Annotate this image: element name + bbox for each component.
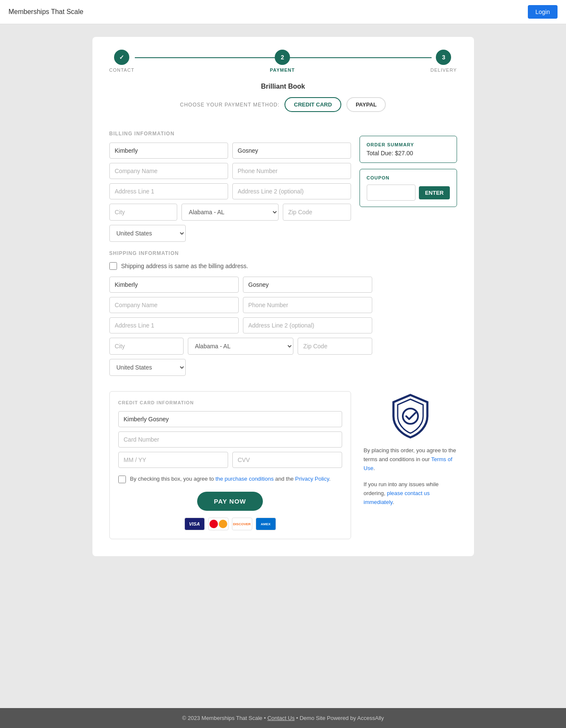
checkout-card: CONTACT 2 PAYMENT 3 DELIVERY Brilliant B… bbox=[92, 37, 474, 556]
cc-number[interactable] bbox=[118, 431, 342, 448]
step-payment-label: PAYMENT bbox=[270, 67, 295, 73]
billing-company-name[interactable] bbox=[109, 163, 228, 179]
billing-address2[interactable] bbox=[232, 183, 351, 199]
discover-logo: DISCOVER bbox=[232, 518, 252, 530]
coupon-box: COUPON ENTER bbox=[360, 169, 457, 207]
cc-expiry-cvv-row bbox=[118, 452, 342, 468]
security-section: By placing this order, you agree to the … bbox=[360, 393, 457, 507]
amex-logo: AMEX bbox=[256, 518, 276, 530]
progress-steps: CONTACT 2 PAYMENT 3 DELIVERY bbox=[109, 50, 457, 73]
footer-copyright: © 2023 Memberships That Scale • bbox=[182, 715, 268, 721]
coupon-row: ENTER bbox=[367, 185, 450, 201]
shipping-company-name[interactable] bbox=[109, 297, 239, 313]
same-address-checkbox[interactable] bbox=[109, 262, 117, 270]
step-contact: CONTACT bbox=[109, 50, 134, 73]
cc-form bbox=[118, 411, 342, 468]
billing-phone[interactable] bbox=[232, 163, 351, 179]
cc-cvv[interactable] bbox=[232, 452, 342, 468]
footer: © 2023 Memberships That Scale • Contact … bbox=[0, 708, 566, 728]
cc-title: CREDIT CARD INFORMATION bbox=[118, 400, 342, 405]
cc-security-row: CREDIT CARD INFORMATION By checki bbox=[109, 384, 457, 539]
header-title: Memberships That Scale bbox=[8, 8, 84, 16]
order-summary-col: ORDER SUMMARY Total Due: $27.00 COUPON E… bbox=[360, 122, 457, 242]
order-summary-total: Total Due: $27.00 bbox=[367, 150, 450, 157]
step-delivery-label: DELIVERY bbox=[430, 67, 457, 73]
pay-now-button[interactable]: PAY NOW bbox=[197, 492, 263, 511]
purchase-conditions-link[interactable]: the purchase conditions bbox=[215, 476, 273, 482]
cc-section: CREDIT CARD INFORMATION By checki bbox=[109, 391, 351, 539]
billing-first-name[interactable] bbox=[109, 143, 228, 159]
header: Memberships That Scale Login bbox=[0, 0, 566, 24]
shipping-last-name[interactable] bbox=[243, 277, 372, 293]
coupon-input[interactable] bbox=[367, 185, 416, 201]
billing-zip[interactable] bbox=[283, 204, 351, 221]
order-summary-title: ORDER SUMMARY bbox=[367, 142, 450, 147]
billing-left: BILLING INFORMATION bbox=[109, 122, 351, 242]
payment-method-label: CHOOSE YOUR PAYMENT METHOD: bbox=[180, 102, 280, 108]
billing-form: Alabama - AL Alaska - AK Arizona - AZ Un… bbox=[109, 143, 351, 242]
shipping-country[interactable]: United States Canada bbox=[109, 359, 186, 376]
step-payment-circle: 2 bbox=[275, 50, 290, 65]
order-summary-box: ORDER SUMMARY Total Due: $27.00 bbox=[360, 136, 457, 163]
billing-city-state-zip-row: Alabama - AL Alaska - AK Arizona - AZ bbox=[109, 204, 351, 221]
coupon-enter-button[interactable]: ENTER bbox=[419, 186, 449, 199]
contact-link[interactable]: please contact us immediately bbox=[364, 490, 430, 505]
same-address-label: Shipping address is same as the billing … bbox=[121, 263, 248, 269]
billing-section-container: BILLING INFORMATION bbox=[109, 122, 457, 242]
shipping-city-state-zip-row: Alabama - AL Alaska - AK bbox=[109, 338, 372, 355]
shipping-name-row bbox=[109, 277, 372, 293]
shipping-section-label: SHIPPING INFORMATION bbox=[109, 250, 457, 256]
shipping-section: SHIPPING INFORMATION Shipping address is… bbox=[109, 250, 457, 376]
billing-country[interactable]: United States Canada United Kingdom bbox=[109, 225, 186, 242]
shipping-zip[interactable] bbox=[298, 338, 372, 355]
login-button[interactable]: Login bbox=[528, 5, 558, 19]
shipping-address-row bbox=[109, 317, 372, 333]
same-address-row: Shipping address is same as the billing … bbox=[109, 262, 457, 270]
shipping-company-phone-row bbox=[109, 297, 372, 313]
billing-company-phone-row bbox=[109, 163, 351, 179]
shipping-address1[interactable] bbox=[109, 317, 239, 333]
cc-left: CREDIT CARD INFORMATION By checki bbox=[109, 384, 351, 539]
privacy-policy-link[interactable]: Privacy Policy bbox=[295, 476, 329, 482]
billing-section-label: BILLING INFORMATION bbox=[109, 131, 351, 137]
page-title: Brilliant Book bbox=[109, 83, 457, 90]
shipping-state[interactable]: Alabama - AL Alaska - AK bbox=[188, 338, 294, 355]
shipping-address2[interactable] bbox=[243, 317, 372, 333]
step-delivery-circle: 3 bbox=[436, 50, 451, 65]
footer-contact-link[interactable]: Contact Us bbox=[268, 715, 295, 721]
svg-point-0 bbox=[403, 409, 418, 424]
security-text-1: By placing this order, you agree to the … bbox=[364, 446, 457, 473]
step-delivery: 3 DELIVERY bbox=[430, 50, 457, 73]
main-content: CONTACT 2 PAYMENT 3 DELIVERY Brilliant B… bbox=[0, 24, 566, 708]
paypal-button[interactable]: PAYPAL bbox=[346, 97, 386, 112]
coupon-title: COUPON bbox=[367, 175, 450, 180]
terms-checkbox[interactable] bbox=[118, 476, 126, 483]
billing-name-row bbox=[109, 143, 351, 159]
footer-suffix: • Demo Site Powered by AccessAlly bbox=[295, 715, 384, 721]
billing-city[interactable] bbox=[109, 204, 178, 221]
billing-state[interactable]: Alabama - AL Alaska - AK Arizona - AZ bbox=[181, 204, 278, 221]
billing-address-row bbox=[109, 183, 351, 199]
security-text-2: If you run into any issues while orderin… bbox=[364, 480, 457, 507]
mastercard-logo bbox=[208, 518, 229, 530]
step-contact-circle bbox=[114, 50, 129, 65]
payment-method-row: CHOOSE YOUR PAYMENT METHOD: CREDIT CARD … bbox=[109, 97, 457, 112]
billing-last-name[interactable] bbox=[232, 143, 351, 159]
shipping-form: Alabama - AL Alaska - AK United States C… bbox=[109, 277, 372, 376]
cc-name[interactable] bbox=[118, 411, 342, 427]
credit-card-button[interactable]: CREDIT CARD bbox=[284, 97, 341, 112]
cc-expiry[interactable] bbox=[118, 452, 228, 468]
billing-address1[interactable] bbox=[109, 183, 228, 199]
visa-logo: VISA bbox=[184, 518, 205, 530]
terms-of-use-link[interactable]: Terms of Use bbox=[364, 456, 452, 471]
shipping-phone[interactable] bbox=[243, 297, 372, 313]
shipping-first-name[interactable] bbox=[109, 277, 239, 293]
card-logos: VISA DISCOVER AMEX bbox=[118, 518, 342, 530]
shield-icon bbox=[364, 393, 457, 440]
step-payment: 2 PAYMENT bbox=[270, 50, 295, 73]
terms-text: By checking this box, you agree to the p… bbox=[130, 475, 331, 483]
shipping-city[interactable] bbox=[109, 338, 184, 355]
step-contact-label: CONTACT bbox=[109, 67, 134, 73]
terms-row: By checking this box, you agree to the p… bbox=[118, 475, 342, 483]
